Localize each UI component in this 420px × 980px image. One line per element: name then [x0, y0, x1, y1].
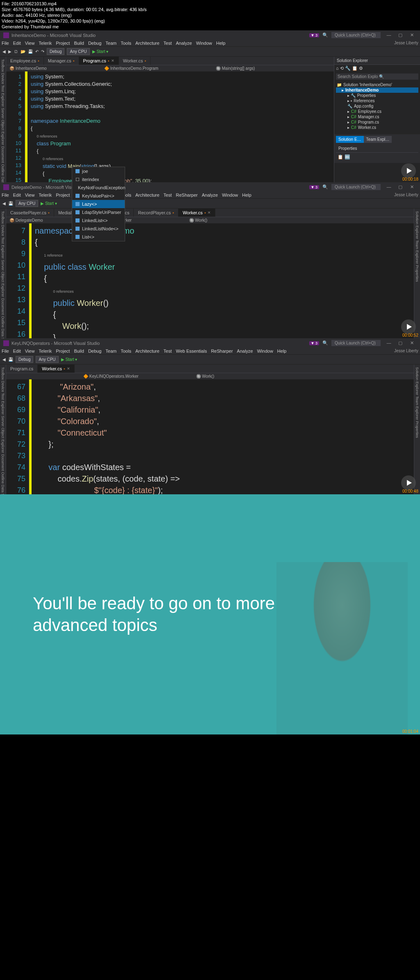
menu-resharper[interactable]: ReSharper — [211, 349, 233, 353]
menu-file[interactable]: File — [2, 41, 9, 46]
intellisense-popup[interactable]: joe ☐iterindex KeyNotFoundException KeyV… — [72, 167, 125, 241]
menu-tools[interactable]: Tools — [121, 349, 131, 353]
quick-launch-input[interactable]: Quick Launch (Ctrl+Q) — [331, 32, 381, 38]
tree-item[interactable]: 🔧 App.config — [336, 103, 418, 109]
tab-worker[interactable]: Worker.cs•✕ — [178, 209, 215, 217]
quick-launch-input[interactable]: Quick Launch (Ctrl+Q) — [331, 184, 381, 190]
menu-analyze[interactable]: Analyze — [237, 349, 253, 353]
notification-badge[interactable]: ▼ 3 — [309, 185, 319, 189]
menu-window[interactable]: Window — [196, 41, 212, 46]
bc-method[interactable]: 🔘 Work() — [189, 218, 208, 223]
start-button[interactable]: ▶ Start ▾ — [61, 357, 78, 362]
intellisense-item-selected[interactable]: Lazy<> — [72, 200, 125, 208]
titlebar[interactable]: DelegateDemo - Microsoft Visual Studio ▼… — [0, 182, 420, 192]
menu-edit[interactable]: Edit — [13, 349, 21, 353]
menu-analyze[interactable]: Analyze — [202, 193, 218, 197]
notification-badge[interactable]: ▼ 3 — [309, 33, 319, 37]
bc-project[interactable]: 📦 DelegateDemo — [9, 218, 43, 223]
start-button[interactable]: ▶ Start ▾ — [92, 49, 109, 54]
solution-node[interactable]: 📁 Solution 'InheritanceDemo' — [336, 82, 418, 87]
menu-file[interactable]: File — [2, 349, 9, 353]
tree-item[interactable]: ▸ 🔧 Properties — [336, 93, 418, 98]
tab-solution-explorer[interactable]: Solution E… — [336, 136, 364, 143]
menu-project[interactable]: Project — [56, 41, 70, 46]
close-icon[interactable]: ✕ — [111, 59, 114, 63]
menu-edit[interactable]: Edit — [13, 193, 21, 197]
minimize-button[interactable]: — — [384, 184, 394, 190]
new-icon[interactable]: 🗋 — [14, 49, 18, 54]
nav-back-icon[interactable]: ◀ — [2, 201, 6, 206]
menu-window[interactable]: Window — [222, 193, 238, 197]
signed-in-user[interactable]: Jesse Liberty — [394, 193, 418, 197]
menu-team[interactable]: Team — [105, 349, 116, 353]
tree-item[interactable]: ▸ C# Employee.cs — [336, 109, 418, 114]
maximize-button[interactable]: ▢ — [395, 32, 405, 38]
titlebar[interactable]: InheritanceDemo - Microsoft Visual Studi… — [0, 30, 420, 40]
menu-help[interactable]: Help — [216, 41, 226, 46]
close-button[interactable]: ✕ — [407, 32, 417, 38]
maximize-button[interactable]: ▢ — [395, 184, 405, 190]
quick-launch-input[interactable]: Quick Launch (Ctrl+Q) — [331, 340, 381, 346]
tree-item[interactable]: ▸ ▪ References — [336, 98, 418, 103]
open-icon[interactable]: 📂 — [21, 49, 25, 54]
menu-architecture[interactable]: Architecture — [135, 193, 160, 197]
panel-header[interactable]: Solution Explorer — [334, 57, 420, 65]
maximize-button[interactable]: ▢ — [395, 340, 405, 346]
menu-view[interactable]: View — [25, 41, 35, 46]
project-node[interactable]: ▸ InheritanceDemo — [336, 87, 418, 93]
menu-view[interactable]: View — [25, 193, 35, 197]
tree-item[interactable]: ▸ C# Worker.cs — [336, 125, 418, 130]
nav-fwd-icon[interactable]: ▶ — [8, 49, 11, 54]
menu-test[interactable]: Test — [164, 193, 172, 197]
menu-debug[interactable]: Debug — [88, 349, 101, 353]
minimize-button[interactable]: — — [384, 340, 394, 346]
tab-worker[interactable]: Worker.cs•✕ — [38, 365, 75, 373]
platform-dropdown[interactable]: Any CPU — [16, 200, 38, 207]
close-icon[interactable]: ✕ — [208, 211, 211, 215]
tab-program[interactable]: Program.cs — [6, 365, 38, 373]
solution-search[interactable]: Search Solution Explo 🔍 — [336, 73, 418, 80]
signed-in-user[interactable]: Jesse Liberty — [394, 41, 418, 46]
intellisense-item[interactable]: LinkedList<> — [72, 216, 125, 225]
menu-team[interactable]: Team — [105, 41, 116, 46]
menu-help[interactable]: Help — [277, 349, 287, 353]
menu-build[interactable]: Build — [74, 349, 84, 353]
intellisense-item[interactable]: KeyValuePair<> — [72, 192, 125, 200]
menu-window[interactable]: Window — [257, 349, 273, 353]
tab-cassette[interactable]: CassettePlayer.cs• — [6, 209, 54, 217]
menu-project[interactable]: Project — [56, 349, 70, 353]
close-button[interactable]: ✕ — [407, 340, 417, 346]
menu-build[interactable]: Build — [74, 41, 84, 46]
menu-test[interactable]: Test — [164, 349, 172, 353]
menu-project[interactable]: Project — [56, 193, 70, 197]
save-icon[interactable]: 💾 — [8, 201, 13, 206]
intellisense-item[interactable]: joe — [72, 167, 125, 175]
tab-program[interactable]: Program.cs•✕ — [79, 57, 119, 65]
titlebar[interactable]: KeyLINQOperators - Microsoft Visual Stud… — [0, 338, 420, 348]
tab-team-explorer[interactable]: Team Expl… — [364, 136, 392, 143]
platform-dropdown[interactable]: Any CPU — [67, 48, 89, 55]
close-button[interactable]: ✕ — [407, 184, 417, 190]
bc-class[interactable]: 🔶 KeyLINQOperators.Worker — [83, 374, 139, 379]
bc-class[interactable]: 🔶 InheritanceDemo.Program — [104, 66, 158, 71]
menu-telerik[interactable]: Telerik — [39, 193, 52, 197]
start-button[interactable]: ▶ Start ▾ — [41, 201, 57, 206]
menu-architecture[interactable]: Architecture — [135, 41, 160, 46]
intellisense-item[interactable]: LinkedListNode<> — [72, 225, 125, 233]
bc-method[interactable]: 🔘 Work() — [196, 374, 215, 379]
notification-badge[interactable]: ▼ 3 — [309, 341, 319, 345]
menu-debug[interactable]: Debug — [88, 41, 101, 46]
nav-back-icon[interactable]: ◀ — [2, 49, 6, 54]
redo-icon[interactable]: ↷ — [41, 49, 44, 54]
intellisense-item[interactable]: LdapStyleUriParser — [72, 208, 125, 216]
save-icon[interactable]: 💾 — [28, 49, 33, 54]
tab-manager[interactable]: Manager.cs• — [44, 57, 79, 65]
menu-file[interactable]: File — [2, 193, 9, 197]
tree-item[interactable]: ▸ C# Manager.cs — [336, 114, 418, 119]
menu-tools[interactable]: Tools — [121, 41, 131, 46]
close-icon[interactable]: ✕ — [67, 367, 70, 371]
menu-help[interactable]: Help — [242, 193, 251, 197]
minimize-button[interactable]: — — [384, 32, 394, 38]
intellisense-item[interactable]: List<> — [72, 233, 125, 241]
menu-view[interactable]: View — [25, 349, 35, 353]
